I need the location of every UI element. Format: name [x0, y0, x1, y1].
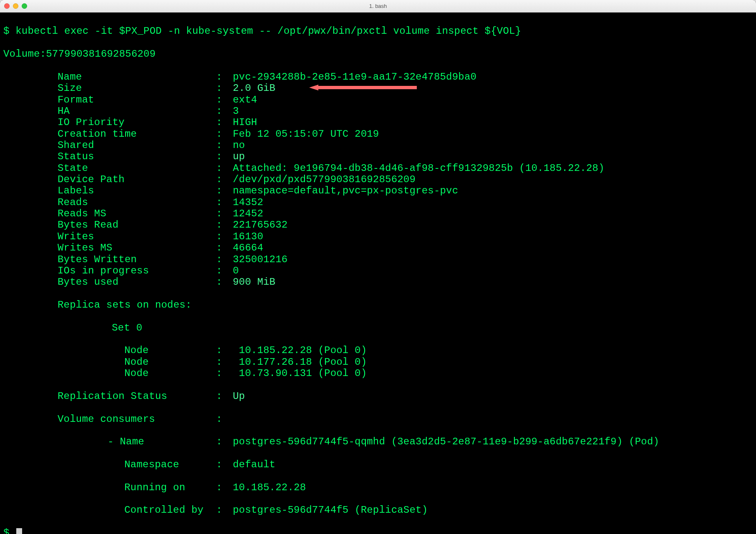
field-row-status: Status:up [3, 151, 753, 162]
colon: : [216, 459, 233, 470]
consumer-namespace-value: default [233, 459, 275, 470]
volume-consumers-row: Volume consumers: [3, 414, 753, 425]
field-key: Reads [58, 197, 216, 208]
terminal-output[interactable]: $ kubectl exec -it $PX_POD -n kube-syste… [0, 13, 756, 534]
volume-consumers-label: Volume consumers [58, 414, 216, 425]
consumer-name-label: - Name [108, 436, 216, 447]
colon: : [216, 185, 233, 196]
field-key: Format [58, 94, 216, 105]
field-row-shared: Shared:no [3, 140, 753, 151]
annotation-arrow-icon [309, 62, 418, 68]
colon: : [216, 391, 233, 402]
field-value: 14352 [233, 197, 263, 208]
field-value: 12452 [233, 208, 263, 219]
field-row-io-priority: IO Priority:HIGH [3, 117, 753, 128]
colon: : [216, 482, 233, 493]
consumer-controlled-value: postgres-596d7744f5 (ReplicaSet) [233, 504, 428, 516]
colon: : [216, 197, 233, 208]
field-value: namespace=default,pvc=px-postgres-pvc [233, 185, 458, 196]
node-label: Node [124, 356, 216, 368]
colon: : [216, 71, 233, 83]
field-value: 2.0 GiB [233, 83, 275, 94]
consumer-running-row: Running on:10.185.22.28 [3, 482, 753, 493]
field-key: IOs in progress [58, 265, 216, 276]
field-key: Labels [58, 185, 216, 196]
prompt-symbol: $ [3, 527, 10, 534]
field-key: State [58, 163, 216, 174]
node-label: Node [124, 345, 216, 356]
colon: : [216, 345, 233, 356]
colon: : [216, 414, 233, 425]
field-value: 221765632 [233, 219, 287, 231]
prompt-line: $ [3, 527, 753, 534]
replica-set-name: Set 0 [3, 322, 753, 333]
field-row-writes: Writes:16130 [3, 231, 753, 242]
field-row-creation-time: Creation time:Feb 12 05:15:07 UTC 2019 [3, 128, 753, 140]
terminal-window: 1. bash $ kubectl exec -it $PX_POD -n ku… [0, 0, 756, 534]
field-value: 16130 [233, 231, 263, 242]
colon: : [216, 83, 233, 94]
field-value: no [233, 140, 245, 151]
colon: : [216, 368, 233, 379]
field-key: Writes MS [58, 242, 216, 253]
consumer-namespace-label: Namespace [124, 459, 216, 470]
consumer-name-row: - Name:postgres-596d7744f5-qqmhd (3ea3d2… [3, 436, 753, 447]
colon: : [216, 117, 233, 128]
replication-status-label: Replication Status [58, 391, 216, 402]
field-key: IO Priority [58, 117, 216, 128]
field-value: 900 MiB [233, 276, 275, 288]
colon: : [216, 254, 233, 265]
colon: : [216, 163, 233, 174]
field-row-labels: Labels:namespace=default,pvc=px-postgres… [3, 185, 753, 196]
consumer-controlled-row: Controlled by:postgres-596d7744f5 (Repli… [3, 504, 753, 516]
field-value: /dev/pxd/pxd577990381692856209 [233, 174, 416, 185]
field-row-ha: HA:3 [3, 105, 753, 117]
colon: : [216, 504, 233, 516]
node-value: 10.177.26.18 (Pool 0) [233, 356, 367, 368]
field-value: 325001216 [233, 254, 287, 265]
field-row-state: State:Attached: 9e196794-db38-4d46-af98-… [3, 163, 753, 174]
field-key: Reads MS [58, 208, 216, 219]
cursor [16, 528, 22, 534]
colon: : [216, 208, 233, 219]
colon: : [216, 231, 233, 242]
consumer-controlled-label: Controlled by [124, 504, 216, 516]
field-row-bytes-used: Bytes used:900 MiB [3, 276, 753, 288]
consumer-running-value: 10.185.22.28 [233, 482, 306, 493]
field-value: Attached: 9e196794-db38-4d46-af98-cff913… [233, 163, 605, 174]
colon: : [40, 48, 46, 60]
volume-label: Volume [3, 48, 40, 60]
field-value: 0 [233, 265, 239, 276]
field-row-reads: Reads:14352 [3, 197, 753, 208]
consumer-name-value: postgres-596d7744f5-qqmhd (3ea3d2d5-2e87… [233, 436, 659, 447]
replica-node-row: Node: 10.185.22.28 (Pool 0) [3, 345, 753, 356]
colon: : [216, 105, 233, 117]
volume-id: 577990381692856209 [46, 48, 156, 60]
field-value: Feb 12 05:15:07 UTC 2019 [233, 128, 379, 140]
field-key: Bytes used [58, 276, 216, 288]
field-key: Name [58, 71, 216, 83]
titlebar: 1. bash [0, 0, 756, 13]
field-key: Device Path [58, 174, 216, 185]
replica-sets-label: Replica sets on nodes: [3, 299, 753, 311]
node-label: Node [124, 368, 216, 379]
colon: : [216, 128, 233, 140]
field-row-name: Name:pvc-2934288b-2e85-11e9-aa17-32e4785… [3, 71, 753, 83]
command-line: $ kubectl exec -it $PX_POD -n kube-syste… [3, 25, 753, 37]
field-key: HA [58, 105, 216, 117]
colon: : [216, 265, 233, 276]
colon: : [216, 276, 233, 288]
colon: : [216, 140, 233, 151]
colon: : [216, 174, 233, 185]
prompt-symbol: $ [3, 25, 10, 37]
field-row-device-path: Device Path:/dev/pxd/pxd5779903816928562… [3, 174, 753, 185]
replica-node-row: Node: 10.73.90.131 (Pool 0) [3, 368, 753, 379]
field-row-reads-ms: Reads MS:12452 [3, 208, 753, 219]
field-key: Writes [58, 231, 216, 242]
field-row-writes-ms: Writes MS:46664 [3, 242, 753, 253]
replication-status-value: Up [233, 391, 245, 402]
field-value: pvc-2934288b-2e85-11e9-aa17-32e4785d9ba0 [233, 71, 476, 83]
field-row-size: Size:2.0 GiB [3, 83, 753, 94]
colon: : [216, 94, 233, 105]
field-key: Shared [58, 140, 216, 151]
